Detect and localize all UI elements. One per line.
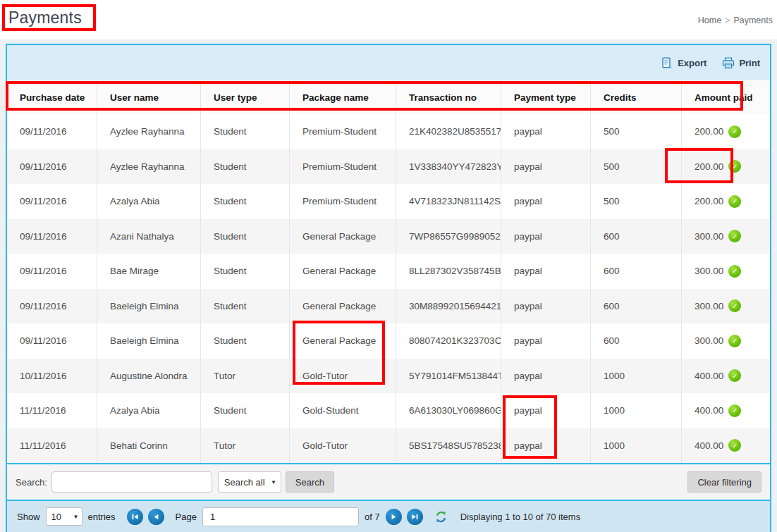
- column-header-purchase-date[interactable]: Purchase date: [7, 80, 97, 114]
- refresh-button[interactable]: [434, 510, 448, 524]
- column-header-package-name[interactable]: Package name: [290, 80, 396, 114]
- cell-transaction-no: 8LL287302V358745B: [396, 254, 501, 289]
- entries-per-page-select[interactable]: 10: [46, 507, 82, 526]
- search-input[interactable]: [51, 471, 212, 493]
- success-check-icon: ✓: [728, 230, 741, 242]
- previous-page-button[interactable]: [148, 509, 164, 525]
- cell-purchase-date: 09/11/2016: [7, 323, 97, 359]
- table-row[interactable]: 09/11/2016 Bae Mirage Student General Pa…: [7, 254, 770, 289]
- table-row[interactable]: 09/11/2016 Azalya Abia Student Premium-S…: [7, 184, 770, 219]
- column-header-transaction-no[interactable]: Transaction no: [396, 80, 501, 114]
- cell-transaction-no: 6A613030LY069860G: [396, 393, 501, 428]
- print-icon: [722, 57, 735, 69]
- amount-paid-value: 400.00: [695, 371, 723, 381]
- column-header-payment-type[interactable]: Payment type: [501, 80, 591, 114]
- cell-user-name: Baeleigh Elmina: [97, 323, 201, 359]
- amount-paid-value: 300.00: [695, 335, 723, 346]
- cell-credits: 600: [591, 323, 682, 359]
- cell-payment-type: paypal: [501, 114, 591, 149]
- cell-credits: 500: [591, 184, 682, 219]
- pagination-bar: Show 10 ▼ entries Page of 7: [7, 500, 770, 532]
- search-scope-select[interactable]: Search all: [218, 471, 281, 493]
- table-row[interactable]: 11/11/2016 Azalya Abia Student Gold-Stud…: [7, 393, 770, 428]
- print-button[interactable]: Print: [722, 57, 760, 69]
- cell-credits: 600: [591, 289, 682, 324]
- cell-user-type: Student: [201, 149, 290, 185]
- entries-label: entries: [88, 512, 116, 522]
- next-page-button[interactable]: [386, 509, 402, 525]
- cell-amount-paid: 200.00 ✓: [682, 184, 770, 219]
- amount-paid-value: 200.00: [695, 126, 723, 137]
- cell-payment-type: paypal: [501, 323, 591, 359]
- column-header-amount-paid[interactable]: Amount paid: [682, 80, 770, 114]
- next-page-icon: [390, 513, 398, 521]
- column-header-credits[interactable]: Credits: [591, 80, 682, 114]
- pagination-status: Displaying 1 to 10 of 70 items: [460, 512, 581, 522]
- cell-user-type: Student: [201, 114, 290, 149]
- first-page-icon: [131, 513, 139, 521]
- search-button[interactable]: Search: [286, 471, 334, 493]
- cell-user-name: Azalya Abia: [97, 393, 201, 428]
- cell-user-type: Student: [201, 323, 290, 359]
- cell-user-type: Student: [201, 289, 290, 324]
- success-check-icon: ✓: [728, 195, 741, 208]
- cell-transaction-no: 1V338340YY472823Y: [396, 149, 501, 185]
- table-body: 09/11/2016 Ayzlee Rayhanna Student Premi…: [7, 114, 770, 463]
- cell-user-name: Ayzlee Rayhanna: [97, 114, 201, 149]
- cell-package-name: General Package: [290, 289, 396, 324]
- first-page-button[interactable]: [127, 509, 143, 525]
- cell-package-name: Premium-Student: [290, 149, 396, 185]
- cell-purchase-date: 11/11/2016: [7, 428, 97, 464]
- page-number-input[interactable]: [202, 507, 359, 526]
- page-label: Page: [176, 512, 197, 522]
- success-check-icon: ✓: [728, 299, 741, 312]
- table-row[interactable]: 09/11/2016 Ayzlee Rayhanna Student Premi…: [7, 149, 770, 185]
- cell-amount-paid: 300.00 ✓: [682, 289, 770, 324]
- previous-page-icon: [152, 513, 160, 521]
- column-header-user-type[interactable]: User type: [201, 80, 290, 114]
- cell-user-name: Augustine Alondra: [97, 359, 201, 394]
- cell-amount-paid: 200.00 ✓: [682, 149, 770, 185]
- table-row[interactable]: 11/11/2016 Behati Corinn Tutor Gold-Tuto…: [7, 428, 770, 464]
- cell-user-type: Tutor: [201, 359, 290, 394]
- page-title: Payments: [8, 8, 82, 27]
- table-row[interactable]: 09/11/2016 Baeleigh Elmina Student Gener…: [7, 289, 770, 324]
- top-bar: Payments Home>Payments: [0, 0, 777, 39]
- cell-user-type: Student: [201, 393, 290, 428]
- cell-package-name: General Package: [290, 323, 396, 359]
- cell-user-name: Ayzlee Rayhanna: [97, 149, 201, 185]
- table-row[interactable]: 09/11/2016 Baeleigh Elmina Student Gener…: [7, 323, 770, 359]
- cell-transaction-no: 5Y791014FM513844T: [396, 359, 501, 394]
- cell-payment-type: paypal: [501, 359, 591, 394]
- export-button[interactable]: Export: [661, 57, 706, 69]
- cell-transaction-no: 30M88992015694421: [396, 289, 501, 324]
- payments-panel: Export Print Purchase date User name Use…: [6, 44, 771, 532]
- cell-purchase-date: 09/11/2016: [7, 184, 97, 219]
- cell-user-name: Azani Nathalya: [97, 219, 201, 254]
- amount-paid-value: 400.00: [695, 440, 723, 451]
- table-row[interactable]: 10/11/2016 Augustine Alondra Tutor Gold-…: [7, 359, 770, 394]
- cell-credits: 1000: [591, 393, 682, 428]
- amount-paid-value: 300.00: [695, 266, 723, 276]
- cell-payment-type: paypal: [501, 254, 591, 289]
- export-button-label: Export: [678, 58, 706, 68]
- amount-paid-value: 200.00: [695, 161, 723, 172]
- amount-paid-value: 400.00: [695, 405, 723, 416]
- table-row[interactable]: 09/11/2016 Ayzlee Rayhanna Student Premi…: [7, 114, 770, 149]
- search-bar: Search: Search all ▼ Search Clear filter…: [7, 463, 770, 500]
- cell-payment-type: paypal: [501, 219, 591, 254]
- cell-transaction-no: 7WP86557G9989052S: [396, 219, 501, 254]
- last-page-button[interactable]: [407, 509, 423, 525]
- cell-credits: 600: [591, 254, 682, 289]
- table-row[interactable]: 09/11/2016 Azani Nathalya Student Genera…: [7, 219, 770, 254]
- cell-package-name: Premium-Student: [290, 184, 396, 219]
- column-header-user-name[interactable]: User name: [97, 80, 201, 114]
- clear-filtering-button[interactable]: Clear filtering: [687, 471, 761, 493]
- cell-user-name: Bae Mirage: [97, 254, 201, 289]
- breadcrumb-home[interactable]: Home: [698, 16, 721, 25]
- cell-package-name: General Package: [290, 219, 396, 254]
- cell-package-name: Gold-Tutor: [290, 359, 396, 394]
- success-check-icon: ✓: [728, 439, 741, 452]
- payments-page: Payments Home>Payments Export Print Purc…: [0, 0, 777, 532]
- cell-user-type: Student: [201, 184, 290, 219]
